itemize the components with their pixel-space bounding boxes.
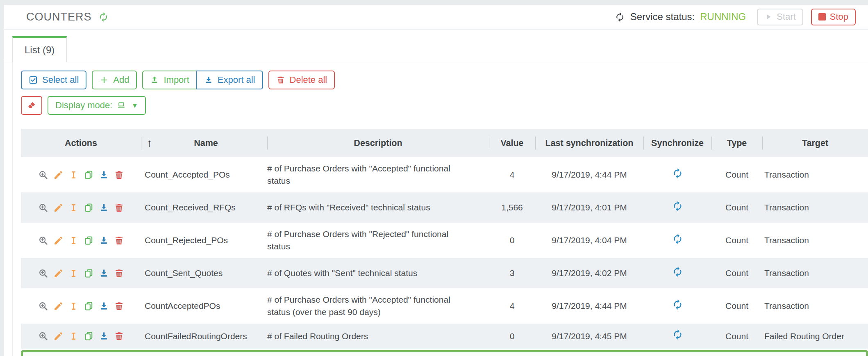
pencil-icon[interactable] (53, 203, 64, 213)
col-header-value[interactable]: Value (489, 129, 535, 157)
copy-icon[interactable] (84, 301, 94, 311)
zoom-plus-icon[interactable] (38, 235, 48, 246)
cell-name: Count_Rejected_POs (141, 229, 267, 252)
col-header-last-synchronization[interactable]: Last synchronization (535, 129, 643, 157)
start-button[interactable]: Start (757, 9, 803, 25)
page-title: COUNTERS (26, 11, 92, 23)
upload-icon (150, 75, 159, 84)
cell-description: # of Quotes with "Sent" technical status (267, 262, 489, 285)
cell-target: Transaction (762, 229, 868, 252)
display-mode-button[interactable]: Display mode: ▼ (48, 96, 146, 115)
pencil-icon[interactable] (53, 301, 64, 311)
row-actions (21, 230, 141, 251)
col-header-type[interactable]: Type (711, 129, 762, 157)
import-button[interactable]: Import (142, 71, 197, 89)
zoom-plus-icon[interactable] (38, 268, 48, 278)
download-icon[interactable] (99, 235, 109, 246)
col-header-target[interactable]: Target (762, 129, 868, 157)
cell-value: 0 (489, 229, 535, 252)
cell-value: 4 (489, 294, 535, 317)
col-header-actions: Actions (21, 129, 141, 157)
cell-value: 1,566 (489, 196, 535, 219)
col-header-description[interactable]: Description (267, 129, 489, 157)
cell-type: Count (711, 262, 762, 285)
cell-type: Count (711, 163, 762, 186)
trash-icon[interactable] (114, 203, 124, 213)
service-status-label: Service status: (630, 11, 695, 23)
cell-last-synchronization: 9/17/2019, 4:04 PM (535, 229, 643, 252)
sync-icon[interactable] (672, 299, 683, 310)
copy-icon[interactable] (84, 170, 94, 180)
cell-description: # of Purchase Orders with "Rejected" fun… (267, 223, 489, 258)
counters-table: Actions ↑ Name Description Value Last sy… (21, 129, 868, 349)
copy-icon[interactable] (84, 331, 94, 341)
trash-icon[interactable] (114, 331, 124, 341)
text-cursor-icon[interactable] (68, 203, 79, 213)
cell-last-synchronization: 9/17/2019, 4:44 PM (535, 294, 643, 317)
list-tab-content: Select all Add Import Export all Delete … (12, 62, 868, 356)
zoom-plus-icon[interactable] (38, 331, 48, 341)
cell-description: # of Purchase Orders with "Accepted" fun… (267, 157, 489, 192)
clear-filters-button[interactable] (21, 96, 42, 115)
cell-type: Count (711, 229, 762, 252)
cell-description: # of RFQs with "Received" technical stat… (267, 196, 489, 219)
tab-list[interactable]: List (9) (12, 36, 67, 62)
table-body: Count_Accepted_POs # of Purchase Orders … (21, 157, 868, 349)
copy-icon[interactable] (84, 235, 94, 246)
export-all-button[interactable]: Export all (196, 71, 263, 89)
cell-description: # of Failed Routing Orders (267, 325, 489, 348)
pencil-icon[interactable] (53, 235, 64, 246)
text-cursor-icon[interactable] (68, 331, 79, 341)
text-cursor-icon[interactable] (68, 301, 79, 311)
cell-value: 0 (489, 325, 535, 348)
zoom-plus-icon[interactable] (38, 301, 48, 311)
table-row: CountAcceptedPOs # of Purchase Orders wi… (21, 288, 868, 324)
sync-icon[interactable] (672, 233, 683, 244)
delete-all-button[interactable]: Delete all (268, 71, 335, 89)
zoom-plus-icon[interactable] (38, 203, 48, 213)
text-cursor-icon[interactable] (68, 235, 79, 246)
service-refresh-icon[interactable] (615, 12, 625, 22)
cell-target: Transaction (762, 163, 868, 186)
pencil-icon[interactable] (53, 268, 64, 278)
cell-name: Count_Accepted_POs (141, 163, 267, 186)
stop-button[interactable]: Stop (811, 9, 856, 25)
cell-name: Count_Received_RFQs (141, 196, 267, 219)
table-row: Count_Accepted_POs # of Purchase Orders … (21, 157, 868, 192)
download-icon[interactable] (99, 170, 109, 180)
sync-icon[interactable] (672, 201, 683, 212)
trash-icon[interactable] (114, 268, 124, 278)
add-button[interactable]: Add (92, 71, 137, 89)
checkbox-checked-icon (29, 75, 38, 84)
trash-icon[interactable] (114, 235, 124, 246)
cell-type: Count (711, 294, 762, 317)
service-status-bar: Service status: RUNNING Start Stop (615, 9, 856, 25)
copy-icon[interactable] (84, 268, 94, 278)
trash-icon[interactable] (114, 170, 124, 180)
success-alert-top-edge (21, 350, 868, 356)
text-cursor-icon[interactable] (68, 170, 79, 180)
zoom-plus-icon[interactable] (38, 170, 48, 180)
table-row: Count_Rejected_POs # of Purchase Orders … (21, 223, 868, 258)
cell-name: CountAcceptedPOs (141, 294, 267, 317)
cell-target: Failed Routing Order (762, 325, 868, 348)
cell-last-synchronization: 9/17/2019, 4:02 PM (535, 262, 643, 285)
copy-icon[interactable] (84, 203, 94, 213)
text-cursor-icon[interactable] (68, 268, 79, 278)
sync-icon[interactable] (672, 266, 683, 277)
download-icon[interactable] (99, 203, 109, 213)
sort-ascending-icon[interactable]: ↑ (147, 137, 152, 150)
sync-icon[interactable] (672, 329, 683, 340)
pencil-icon[interactable] (53, 331, 64, 341)
col-header-name[interactable]: ↑ Name (141, 129, 267, 157)
pencil-icon[interactable] (53, 170, 64, 180)
plus-icon (100, 75, 109, 84)
trash-icon[interactable] (114, 301, 124, 311)
service-status-value: RUNNING (700, 11, 746, 23)
download-icon[interactable] (99, 331, 109, 341)
select-all-button[interactable]: Select all (21, 71, 86, 89)
sync-icon[interactable] (672, 168, 683, 179)
refresh-icon[interactable] (98, 12, 109, 22)
download-icon[interactable] (99, 301, 109, 311)
download-icon[interactable] (99, 268, 109, 278)
